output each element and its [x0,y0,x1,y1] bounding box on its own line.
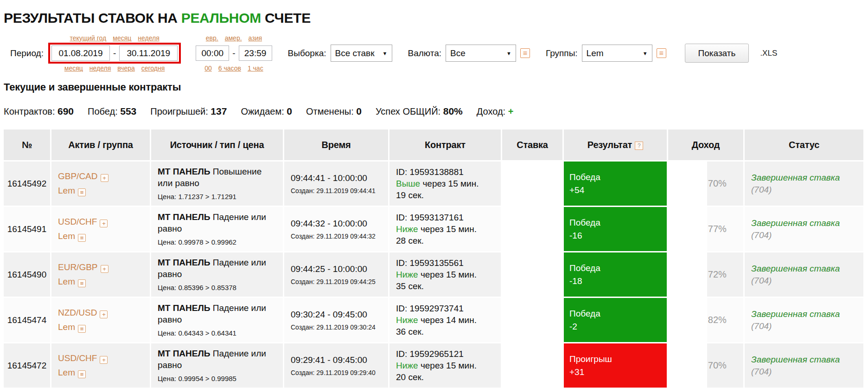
date-range-highlight: - [48,43,181,64]
header-status: Статус [745,129,863,160]
group-link[interactable]: Lem [58,186,75,195]
income-cell: 70% [668,162,743,206]
group-list-icon[interactable]: ≡ [78,279,86,287]
status-cell: Завершенная ставка (704) [745,252,863,297]
asset-link[interactable]: NZD/USD [58,308,97,317]
currency-list-icon[interactable]: ≡ [520,48,530,58]
date-range-group: текущий год месяц неделя - месяц неделя … [48,33,181,73]
summary-wins: Побед: 553 [88,106,136,117]
price-range: Цена: 1.71237 > 1.71291 [158,192,277,201]
income-percent: 70% [708,177,727,189]
status-cell: Завершенная ставка (704) [745,162,863,206]
asset-link[interactable]: USD/CHF [58,217,97,226]
result-value: +31 [569,366,667,378]
income-cell: 77% [668,207,743,251]
groups-select[interactable]: Lem ▼ [582,45,652,62]
group-link[interactable]: Lem [58,277,75,286]
contract-cell: ID: 19592973741 Ниже через 14 мин. 36 се… [389,298,501,342]
time-range-group: евр. амер. азия - 00 6 часов 1 час [196,33,272,73]
created-timestamp: Создан: 29.11.2019 09:30:24 [291,323,383,331]
link-week-top[interactable]: неделя [138,34,159,42]
expand-plus-icon[interactable]: + [101,174,108,182]
help-icon[interactable]: ? [635,142,643,150]
result-box: Победа +54 [564,162,667,206]
groups-list-icon[interactable]: ≡ [657,48,666,58]
group-list-icon[interactable]: ≡ [78,325,86,333]
asset-link[interactable]: EUR/GBP [58,262,98,272]
header-number: № [4,129,50,160]
chevron-down-icon: ▼ [506,51,511,56]
time-from-input[interactable] [196,45,229,61]
link-6-hours[interactable]: 6 часов [218,65,241,72]
chevron-down-icon: ▼ [383,51,388,56]
result-box: Победа -16 [564,207,667,251]
link-today[interactable]: сегодня [141,65,165,72]
date-from-input[interactable] [51,45,110,61]
link-1-hour[interactable]: 1 час [248,65,263,72]
date-range-dash: - [113,48,116,58]
group-list-icon[interactable]: ≡ [78,234,86,242]
currency-select[interactable]: Все ▼ [446,45,516,62]
result-value: -2 [569,321,667,332]
contract-cell: ID: 19593137161 Ниже через 15 мин. 28 се… [389,207,501,251]
result-label: Победа [569,308,667,319]
result-label: Победа [569,171,667,183]
date-to-input[interactable] [119,45,178,61]
group-link[interactable]: Lem [58,231,75,241]
income-cell: 82% [668,298,743,342]
group-list-icon[interactable]: ≡ [78,188,86,196]
link-month[interactable]: месяц [64,65,83,72]
title-accent: РЕАЛЬНОМ [181,10,261,26]
source-cell: МТ ПАНЕЛЬ Повышение или равно Цена: 1.71… [151,162,283,206]
summary-pending: Ожидаем: 0 [241,106,292,117]
status-code: (704) [751,366,858,377]
created-timestamp: Создан: 29.11.2019 09:44:41 [291,187,383,195]
title-suffix: СЧЕТЕ [261,10,311,26]
time-range: 09:44:32 - 10:00:00 [291,218,383,229]
summary-losses: Проигрышей: 137 [150,106,227,117]
result-cell: Проигрыш +31 [564,343,667,388]
time-to-input[interactable] [239,45,272,61]
expand-plus-icon[interactable]: + [100,356,108,364]
income-percent: 72% [708,268,727,280]
link-europe-session[interactable]: евр. [206,34,218,42]
group-link[interactable]: Lem [58,322,75,332]
group-list-icon[interactable]: ≡ [78,370,86,378]
group-link[interactable]: Lem [58,368,75,377]
page-title: РЕЗУЛЬТАТЫ СТАВОК НА РЕАЛЬНОМ СЧЕТЕ [4,10,863,26]
link-yesterday[interactable]: вчера [117,65,134,72]
link-00[interactable]: 00 [204,65,212,72]
expand-plus-icon[interactable]: + [100,220,108,227]
contract-number: 16145472 [4,343,50,388]
header-time: Время [284,129,388,160]
link-week[interactable]: неделя [89,65,111,72]
results-page: РЕЗУЛЬТАТЫ СТАВОК НА РЕАЛЬНОМ СЧЕТЕ Пери… [0,0,868,388]
asset-link[interactable]: GBP/CAD [58,171,98,181]
contract-number: 16145491 [4,207,50,251]
xls-export-link[interactable]: .XLS [760,49,777,58]
asset-link[interactable]: USD/CHF [58,353,97,363]
link-america-session[interactable]: амер. [225,34,242,42]
status-text: Завершенная ставка [751,354,858,365]
link-month-top[interactable]: месяц [113,34,131,42]
link-current-year[interactable]: текущий год [70,34,106,42]
header-source-type-price: Источник / тип / цена [151,129,283,160]
expand-plus-icon[interactable]: + [101,265,108,273]
contract-number: 16145490 [4,252,50,297]
table-row: 16145492 GBP/CAD+ Lem≡ МТ ПАНЕЛЬ Повышен… [4,162,863,206]
duration-seconds: 28 сек. [396,235,495,246]
source-cell: МТ ПАНЕЛЬ Падение или равно Цена: 0.8539… [151,252,283,297]
direction-word: Ниже [396,315,418,325]
show-button[interactable]: Показать [685,44,749,63]
expand-plus-icon[interactable]: + [100,310,108,318]
time-quick-links-top: евр. амер. азия [206,34,262,42]
selection-value: Все ставк [335,48,375,58]
selection-select[interactable]: Все ставк ▼ [331,45,392,62]
link-asia-session[interactable]: азия [249,34,262,42]
price-range: Цена: 0.99978 > 0.99962 [158,238,277,247]
direction-word: Выше [396,179,420,188]
date-quick-links-top: текущий год месяц неделя [70,34,159,42]
direction-rest: через 15 мин. [421,224,477,234]
profit-value: + [508,106,514,116]
contract-id: ID: 19592973741 [396,303,495,314]
